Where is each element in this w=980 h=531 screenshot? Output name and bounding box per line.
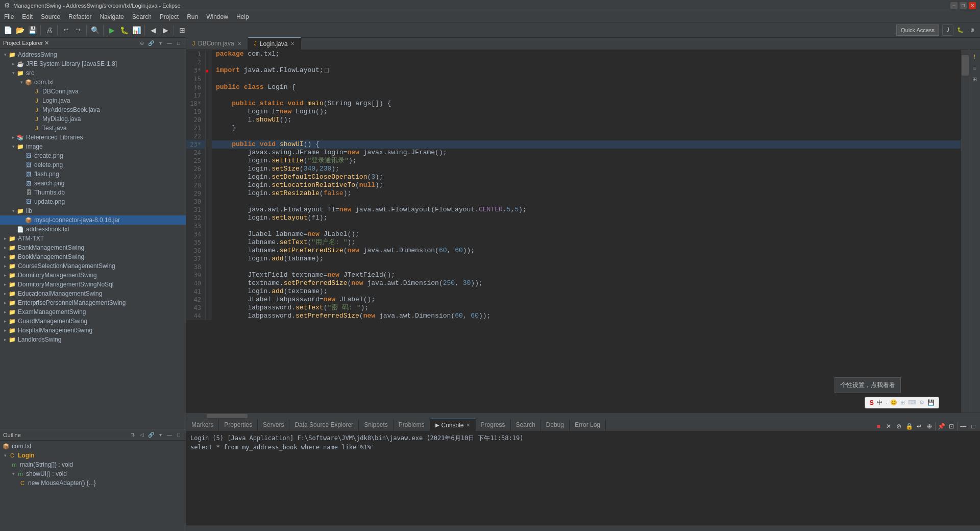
undo-button[interactable]: ↩ bbox=[60, 25, 71, 36]
outline-more-button[interactable]: ▾ bbox=[156, 431, 164, 439]
outline-item-comtxl[interactable]: 📦 com.txl bbox=[0, 442, 186, 451]
tab-close-icon[interactable]: ✕ bbox=[237, 41, 241, 46]
minimize-button[interactable]: – bbox=[950, 2, 958, 9]
tab-debug[interactable]: Debug bbox=[541, 419, 570, 431]
menu-source[interactable]: Source bbox=[37, 11, 64, 22]
sougou-settings[interactable]: ⚙ bbox=[919, 399, 924, 406]
menu-help[interactable]: Help bbox=[232, 11, 253, 22]
tree-item-bookmgmt[interactable]: ▸ 📁 BookManagementSwing bbox=[0, 252, 186, 261]
outline-min-button[interactable]: — bbox=[165, 431, 174, 439]
tab-servers[interactable]: Servers bbox=[258, 419, 289, 431]
tab-datasource[interactable]: Data Source Explorer bbox=[289, 419, 359, 431]
tree-item-test[interactable]: ▸ J Test.java bbox=[0, 124, 186, 133]
tab-console[interactable]: ▶ Console ✕ bbox=[430, 419, 476, 431]
tree-item-landlords[interactable]: ▸ 📁 LandlordsSwing bbox=[0, 335, 186, 344]
coverage-button[interactable]: 📊 bbox=[131, 25, 142, 36]
tree-item-myaddressbook[interactable]: ▸ J MyAddressBook.java bbox=[0, 105, 186, 114]
outline-item-showui[interactable]: ▾ m showUI() : void bbox=[0, 469, 186, 478]
tree-item-update[interactable]: ▸ 🖼 update.png bbox=[0, 197, 186, 206]
open-button[interactable]: 📂 bbox=[14, 25, 26, 36]
menu-edit[interactable]: Edit bbox=[18, 11, 37, 22]
menu-search[interactable]: Search bbox=[128, 11, 156, 22]
outline-item-main[interactable]: m main(String[]) : void bbox=[0, 460, 186, 469]
sidebar-icon-3[interactable]: ⊞ bbox=[970, 75, 979, 84]
word-wrap-button[interactable]: ↵ bbox=[915, 422, 924, 431]
tree-item-guard[interactable]: ▸ 📁 GuardManagementSwing bbox=[0, 317, 186, 326]
save-button[interactable]: 💾 bbox=[27, 25, 38, 36]
menu-refactor[interactable]: Refactor bbox=[64, 11, 95, 22]
tree-item-enterprise[interactable]: ▸ 📁 EnterprisePersonnelManagementSwing bbox=[0, 298, 186, 307]
tree-item-jre[interactable]: ▸ ☕ JRE System Library [JavaSE-1.8] bbox=[0, 59, 186, 68]
tree-item-searchpng[interactable]: ▸ 🖼 search.png bbox=[0, 179, 186, 188]
tree-item-addressswing[interactable]: ▾ 📁 AddressSwing bbox=[0, 50, 186, 59]
tree-item-image[interactable]: ▾ 📁 image bbox=[0, 142, 186, 151]
bottom-scrollbar[interactable] bbox=[186, 525, 980, 531]
new-console-button[interactable]: ⊕ bbox=[925, 422, 934, 431]
open-console-button[interactable]: ⊡ bbox=[947, 422, 956, 431]
tree-item-login[interactable]: ▸ J Login.java bbox=[0, 96, 186, 105]
tree-item-dormitory[interactable]: ▸ 📁 DormitoryManagementSwing bbox=[0, 271, 186, 280]
tree-item-reflibs[interactable]: ▸ 📚 Referenced Libraries bbox=[0, 133, 186, 142]
tab-markers[interactable]: Markers bbox=[186, 419, 219, 431]
tree-item-coursemgmt[interactable]: ▸ 📁 CourseSelectionManagementSwing bbox=[0, 261, 186, 271]
sidebar-icon-2[interactable]: ≡ bbox=[970, 63, 979, 73]
tree-item-thumbs[interactable]: ▸ 🗄 Thumbs.db bbox=[0, 188, 186, 197]
horizontal-scrollbar[interactable] bbox=[186, 413, 980, 419]
tree-item-exam[interactable]: ▸ 📁 ExamManagementSwing bbox=[0, 307, 186, 317]
stop-button[interactable]: ■ bbox=[874, 422, 883, 431]
outline-item-mouseadapter[interactable]: C new MouseAdapter() {...} bbox=[0, 478, 186, 488]
menu-navigate[interactable]: Navigate bbox=[95, 11, 128, 22]
tree-item-mysql[interactable]: ▸ 📦 mysql-connector-java-8.0.16.jar bbox=[0, 215, 186, 225]
pin-button[interactable]: 📌 bbox=[937, 422, 946, 431]
tab-dbconn[interactable]: J DBConn.java ✕ bbox=[186, 37, 248, 50]
tree-item-create[interactable]: ▸ 🖼 create.png bbox=[0, 151, 186, 160]
print-button[interactable]: 🖨 bbox=[43, 25, 55, 36]
problems-icon[interactable]: ! bbox=[970, 52, 979, 61]
tree-item-comtxl[interactable]: ▾ 📦 com.txl bbox=[0, 78, 186, 87]
tree-item-addressbook[interactable]: ▸ 📄 addressbook.txt bbox=[0, 225, 186, 234]
menu-window[interactable]: Window bbox=[202, 11, 232, 22]
debug-perspective[interactable]: 🐛 bbox=[954, 25, 966, 36]
perspective-button[interactable]: ⊞ bbox=[177, 25, 188, 36]
link-editor-button[interactable]: 🔗 bbox=[147, 39, 155, 47]
menu-run[interactable]: Run bbox=[183, 11, 202, 22]
tree-item-mydialog[interactable]: ▸ J MyDialog.java bbox=[0, 114, 186, 124]
tab-snippets[interactable]: Snippets bbox=[359, 419, 394, 431]
collapse-all-button[interactable]: ⊖ bbox=[138, 39, 146, 47]
tree-item-dbconn[interactable]: ▸ J DBConn.java bbox=[0, 87, 186, 96]
other-perspective[interactable]: ⊕ bbox=[967, 25, 978, 36]
tab-close-icon[interactable]: ✕ bbox=[466, 422, 470, 428]
maximize-button[interactable]: □ bbox=[960, 2, 967, 9]
run-button[interactable]: ▶ bbox=[106, 25, 117, 36]
quick-access-button[interactable]: Quick Access bbox=[896, 25, 939, 36]
outline-sort-button[interactable]: ⇅ bbox=[129, 431, 137, 439]
panel-menu-button[interactable]: ▾ bbox=[156, 39, 164, 47]
tree-item-bankmgmt[interactable]: ▸ 📁 BankManagementSwing bbox=[0, 243, 186, 252]
tree-item-flash[interactable]: ▸ 🖼 flash.png bbox=[0, 170, 186, 179]
tree-item-lib[interactable]: ▾ 📁 lib bbox=[0, 206, 186, 215]
search-toolbar-button[interactable]: 🔍 bbox=[89, 25, 101, 36]
tab-errorlog[interactable]: Error Log bbox=[570, 419, 606, 431]
scroll-thumb[interactable] bbox=[962, 55, 969, 76]
close-console-button[interactable]: ✕ bbox=[884, 422, 893, 431]
tab-close-icon[interactable]: ✕ bbox=[290, 41, 295, 46]
tree-item-delete[interactable]: ▸ 🖼 delete.png bbox=[0, 160, 186, 170]
redo-button[interactable]: ↪ bbox=[72, 25, 84, 36]
outline-max-button[interactable]: □ bbox=[175, 431, 183, 439]
tab-login[interactable]: J Login.java ✕ bbox=[248, 37, 302, 50]
new-button[interactable]: 📄 bbox=[2, 25, 13, 36]
outline-hide-button[interactable]: ◁ bbox=[138, 431, 146, 439]
tree-item-educational[interactable]: ▸ 📁 EducationalManagementSwing bbox=[0, 289, 186, 298]
outline-link-button[interactable]: 🔗 bbox=[147, 431, 155, 439]
menu-file[interactable]: File bbox=[0, 11, 18, 22]
tree-item-dormitorynosql[interactable]: ▸ 📁 DormitoryManagementSwingNoSql bbox=[0, 280, 186, 289]
java-perspective[interactable]: J bbox=[942, 25, 953, 36]
outline-item-login[interactable]: ▾ C Login bbox=[0, 451, 186, 460]
prev-button[interactable]: ◀ bbox=[148, 25, 159, 36]
panel-min-button[interactable]: — bbox=[165, 39, 174, 47]
clear-button[interactable]: ⊘ bbox=[894, 422, 903, 431]
tab-problems[interactable]: Problems bbox=[394, 419, 430, 431]
tree-item-hospital[interactable]: ▸ 📁 HospitalManagementSwing bbox=[0, 326, 186, 335]
scroll-lock-button[interactable]: 🔒 bbox=[904, 422, 914, 431]
tab-search[interactable]: Search bbox=[511, 419, 541, 431]
